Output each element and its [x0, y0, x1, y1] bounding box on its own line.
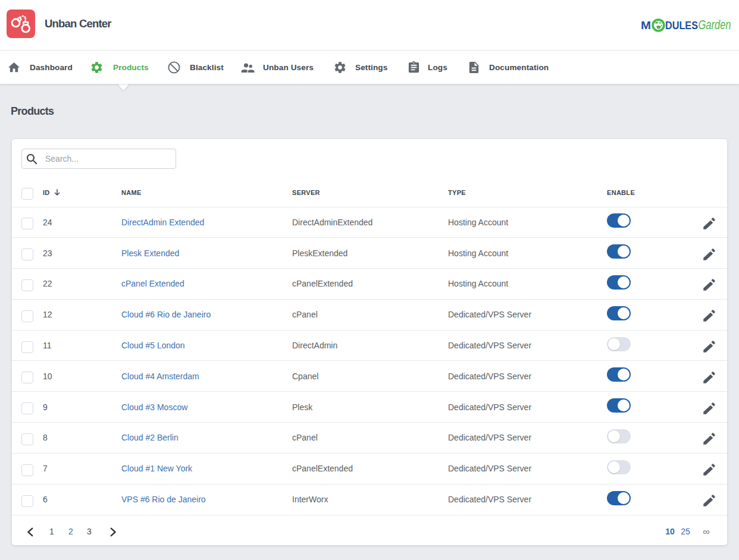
svg-text:Garden: Garden — [699, 18, 731, 32]
svg-text:M: M — [641, 19, 651, 32]
svg-text:DULES: DULES — [665, 19, 698, 32]
